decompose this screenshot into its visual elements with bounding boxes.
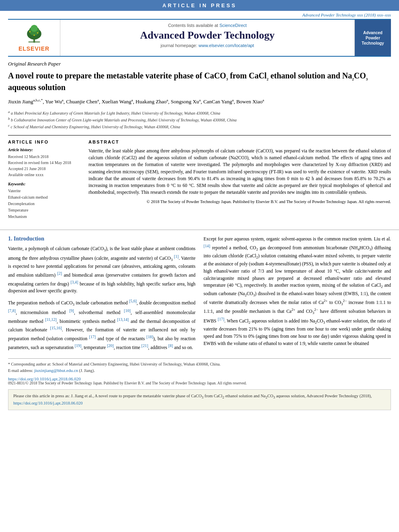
keyword-decomplexation: Decomplexation bbox=[8, 201, 80, 207]
elsevier-tree-icon bbox=[18, 24, 50, 44]
journal-logo-right-text: AdvancedPowderTechnology bbox=[362, 30, 384, 46]
available-online: Available online xxxx bbox=[8, 172, 80, 178]
homepage-url[interactable]: www.elsevier.com/locate/apt bbox=[199, 43, 254, 48]
intro-para3: Except for pure aqueous system, organic … bbox=[204, 236, 391, 347]
keyword-vaterite: Vaterite bbox=[8, 188, 80, 194]
article-info-col: ARTICLE INFO Article history: Received 1… bbox=[8, 140, 80, 220]
abstract-col: ABSTRACT Vaterite, the least stable phas… bbox=[88, 140, 391, 220]
journal-reference-line: Advanced Powder Technology xxx (2018) xx… bbox=[0, 11, 399, 19]
footnote-section: * Corresponding author at: School of Mat… bbox=[8, 358, 391, 374]
svg-rect-1 bbox=[28, 41, 40, 42]
authors-line: Jiuxin Jianga,b,c,*, Yue Wua, Chuanjie C… bbox=[8, 97, 391, 106]
accepted-date: Accepted 21 June 2018 bbox=[8, 166, 80, 172]
article-history-label: Article history: bbox=[8, 148, 80, 152]
journal-center-header: Contents lists available at ScienceDirec… bbox=[60, 20, 355, 56]
citation-prefix: Please cite this article in press as: J.… bbox=[13, 394, 372, 398]
copyright-text: © 2018 The Society of Powder Technology … bbox=[88, 199, 391, 204]
elsevier-brand-text: ELSEVIER bbox=[19, 45, 49, 52]
doi-section: https://doi.org/10.1016/j.apt.2018.06.02… bbox=[8, 376, 391, 385]
journal-logo-right: AdvancedPowderTechnology bbox=[355, 20, 391, 56]
affiliations: a a Hubei Provincial Key Laboratory of G… bbox=[8, 109, 391, 130]
received-revised-date: Received in revised form 14 May 2018 bbox=[8, 160, 80, 166]
introduction-heading: 1. Introduction bbox=[8, 236, 195, 242]
keyword-temperature: Temperature bbox=[8, 207, 80, 214]
sciencedirect-link[interactable]: ScienceDirect bbox=[219, 23, 247, 28]
journal-title: Advanced Powder Technology bbox=[68, 29, 346, 41]
article-type: Original Research Paper bbox=[8, 61, 391, 67]
intro-para1: Vaterite, a polymorph of calcium carbona… bbox=[8, 245, 195, 295]
svg-point-5 bbox=[29, 31, 30, 33]
article-in-press-banner: ARTICLE IN PRESS bbox=[0, 0, 399, 11]
body-left-column: 1. Introduction Vaterite, a polymorph of… bbox=[8, 236, 195, 354]
keyword-mechanism: Mechanism bbox=[8, 214, 80, 220]
citation-bar: Please cite this article in press as: J.… bbox=[8, 389, 391, 410]
elsevier-logo: ELSEVIER bbox=[8, 20, 60, 56]
keyword-ethanol: Ethanol-calcium method bbox=[8, 194, 80, 201]
doi-url[interactable]: https://doi.org/10.1016/j.apt.2018.06.02… bbox=[8, 376, 391, 381]
received-date: Received 12 March 2018 bbox=[8, 154, 80, 160]
svg-point-6 bbox=[37, 32, 38, 33]
abstract-heading: ABSTRACT bbox=[88, 140, 391, 144]
sciencedirect-line: Contents lists available at ScienceDirec… bbox=[68, 23, 346, 28]
abstract-text: Vaterite, the least stable phase among t… bbox=[88, 148, 391, 196]
article-info-heading: ARTICLE INFO bbox=[8, 140, 80, 144]
keywords-label: Keywords: bbox=[8, 182, 80, 186]
body-content: 1. Introduction Vaterite, a polymorph of… bbox=[8, 236, 391, 354]
article-info-abstract: ARTICLE INFO Article history: Received 1… bbox=[8, 135, 391, 220]
journal-homepage-line: journal homepage: www.elsevier.com/locat… bbox=[68, 43, 346, 48]
svg-point-7 bbox=[33, 35, 35, 36]
corresponding-author: * Corresponding author at: School of Mat… bbox=[8, 361, 391, 367]
author-email[interactable]: jiuxinjiang@hbut.edu.cn bbox=[34, 368, 78, 373]
issn-line: 0921-8831/© 2018 The Society of Powder T… bbox=[8, 381, 391, 385]
journal-header: ELSEVIER Contents lists available at Sci… bbox=[8, 19, 391, 57]
article-title: A novel route to prepare the metastable … bbox=[8, 70, 391, 92]
article-content: Original Research Paper A novel route to… bbox=[8, 57, 391, 224]
citation-doi[interactable]: https://doi.org/10.1016/j.apt.2018.06.02… bbox=[13, 401, 82, 405]
svg-point-4 bbox=[31, 25, 37, 32]
body-right-column: Except for pure aqueous system, organic … bbox=[204, 236, 391, 354]
email-line: E-mail address: jiuxinjiang@hbut.edu.cn … bbox=[8, 367, 391, 374]
intro-para2: The preparation methods of CaCO3 include… bbox=[8, 298, 195, 351]
